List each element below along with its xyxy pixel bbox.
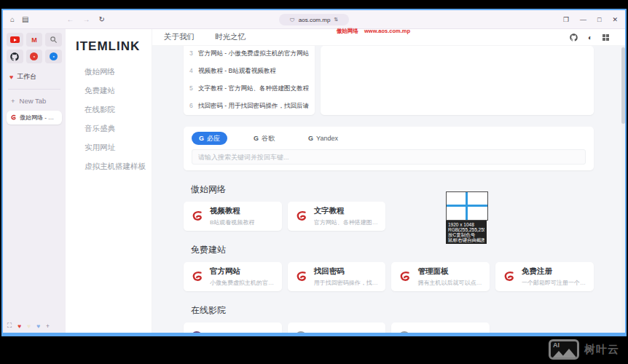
card-title: 官方网站 (210, 266, 275, 277)
sidebar-item-1[interactable]: 免费建站 (66, 77, 152, 96)
engine-tab-0[interactable]: G必应 (192, 132, 227, 145)
site-topnav: 关于我们时光之忆 (152, 32, 246, 42)
apps-grid-icon[interactable] (603, 34, 609, 41)
github-icon[interactable] (570, 33, 578, 41)
link-card[interactable]: ƒLIBVIO (288, 323, 386, 333)
topnav-item-1[interactable]: 时光之忆 (215, 32, 246, 42)
nav-buttons: ← → ↻ (67, 15, 105, 23)
forward-icon[interactable]: → (83, 15, 90, 23)
picker-tooltip: 1920 x 1048RGB(255,255,255)按C复制色号鼠标右键自由截… (446, 221, 487, 244)
list-item[interactable]: 3官方网站 - 小傲免费虚拟主机的官方网站！ (189, 46, 309, 63)
site-logo[interactable]: ITEMLINK (76, 39, 152, 54)
heart-pale-icon[interactable]: ♥ (27, 323, 31, 330)
pinned-tile-gmail[interactable]: M (26, 33, 43, 47)
search-card: G必应G谷歌GYandex (184, 127, 594, 170)
card-title: 找回密码 (314, 266, 379, 277)
reload-icon[interactable]: ↻ (99, 15, 105, 23)
card-title: 大米星球 (416, 332, 447, 333)
shield-icon[interactable]: 🛡 (290, 17, 295, 23)
movie-site-icon: ƒ (399, 331, 410, 333)
picker-tooltip-line: RGB(255,255,255) (448, 227, 484, 232)
engine-tab-2[interactable]: GYandex (301, 133, 345, 144)
sidebar-item-2[interactable]: 在线影院 (66, 96, 152, 115)
card-desc: 小傲免费虚拟主机的官方网站！ (210, 279, 275, 287)
section-cards-2: 爱动漫ƒLIBVIOƒ大米星球 (184, 323, 594, 333)
aos-logo-icon (295, 210, 308, 223)
link-card[interactable]: 找回密码用于找回密码操作，找回后请保存好... (288, 262, 386, 291)
pinned-tile-red-app[interactable] (26, 50, 43, 63)
announcement-card (321, 46, 594, 115)
gmail-icon: M (31, 36, 37, 44)
list-item[interactable]: 5文字教程 - 官方网站、各种搭建图文教程，网站... (189, 80, 309, 98)
minimize-icon[interactable]: — (580, 16, 586, 23)
site-nav-items: 傲始网络免费建站在线影院音乐盛典实用网址虚拟主机搭建样板 (66, 58, 152, 172)
pinned-tile-search[interactable] (45, 33, 62, 47)
link-card[interactable]: 管理面板拥有主机以后就可以点我管理的虚... (391, 262, 490, 291)
page-scrollbar-thumb[interactable] (621, 47, 625, 124)
link-card[interactable]: 文字教程官方网站、各种搭建图文教程、网站... (288, 202, 386, 231)
sidebar-item-3[interactable]: 音乐盛典 (66, 115, 152, 134)
github-icon (10, 52, 19, 61)
browser-sidebar: M ♥ 工作台 + New Tab 傲始网络 - 你的一站... ⛶♥♥♥+ (3, 29, 66, 333)
url-bar[interactable]: 🛡 aos.com.mp ⇅ (279, 14, 349, 25)
engine-tab-1[interactable]: G谷歌 (246, 132, 282, 145)
browser-titlebar: ⌂ ▤ ← → ↻ 🛡 aos.com.mp ⇅ ❐ — □ ✕ (3, 10, 625, 29)
sidebar-item-5[interactable]: 虚拟主机搭建样板 (66, 153, 152, 172)
plus-icon: + (11, 97, 15, 105)
theme-toggle-icon[interactable]: ◐ (588, 33, 592, 41)
engine-label: 谷歌 (262, 134, 275, 143)
movie-site-icon: ƒ (295, 331, 307, 333)
workspace-row[interactable]: ♥ 工作台 (9, 72, 60, 82)
section-title-2: 在线影院 (191, 304, 594, 317)
aos-logo-icon (503, 270, 516, 283)
anime-site-icon (191, 331, 203, 333)
active-tab[interactable]: 傲始网络 - 你的一站... (7, 111, 62, 124)
pinned-tile-blue-app[interactable] (45, 50, 62, 63)
pinned-tile-youtube[interactable] (7, 33, 23, 47)
back-icon[interactable]: ← (67, 15, 74, 23)
search-icon (50, 36, 58, 44)
webpage: ITEMLINK 傲始网络免费建站在线影院音乐盛典实用网址虚拟主机搭建样板 关于… (66, 29, 625, 333)
topbar-icons: ◐ (570, 33, 609, 41)
page-scrollbar-track[interactable] (621, 46, 625, 333)
card-texts: 文字教程官方网站、各种搭建图文教程、网站... (314, 206, 379, 226)
workspace-name: 工作台 (17, 72, 36, 82)
list-item[interactable]: 4视频教程 - B站观看视频教程 (189, 63, 309, 80)
card-desc: 拥有主机以后就可以点我管理的虚... (417, 279, 482, 287)
section-title-1: 免费建站 (191, 244, 594, 256)
blue-app-icon (50, 52, 58, 60)
maximize-icon[interactable]: □ (597, 16, 601, 23)
engine-label: Yandex (316, 135, 338, 142)
card-title: 管理面板 (417, 266, 482, 277)
new-tab-button[interactable]: + New Tab (11, 97, 62, 105)
link-card[interactable]: 官方网站小傲免费虚拟主机的官方网站！ (184, 262, 282, 291)
sidebar-item-0[interactable]: 傲始网络 (66, 58, 152, 77)
link-card[interactable]: 免费注册一个邮箱即可注册一个免费虚拟主... (495, 262, 594, 291)
pip-icon[interactable]: ❐ (563, 16, 569, 23)
close-icon[interactable]: ✕ (612, 16, 618, 23)
pinned-tile-github[interactable] (7, 50, 23, 63)
archive-icon[interactable]: ⛶ (7, 322, 12, 330)
link-card[interactable]: 爱动漫 (184, 323, 282, 333)
search-input[interactable] (192, 149, 586, 165)
plus-icon[interactable]: + (46, 323, 50, 330)
watermark-text: 树叶云 (584, 343, 619, 357)
link-card[interactable]: 视频教程B站观看视频教程 (184, 202, 282, 231)
browser-logo-icon[interactable]: ⌂ (10, 15, 15, 23)
card-texts: 找回密码用于找回密码操作，找回后请保存好... (314, 266, 379, 287)
sidebar-item-4[interactable]: 实用网址 (66, 134, 152, 153)
site-topbar: 关于我们时光之忆 ◐ 傲始网络 www.aos.com.mp (152, 29, 625, 46)
topnav-item-0[interactable]: 关于我们 (164, 32, 195, 42)
sidebar-toggle-icon[interactable]: ▤ (22, 15, 28, 23)
section-cards-0: 视频教程B站观看视频教程文字教程官方网站、各种搭建图文教程、网站... (184, 202, 594, 231)
aos-logo-icon (399, 270, 412, 283)
card-texts: 爱动漫 (208, 332, 232, 333)
titlebar-left: ⌂ ▤ (3, 15, 29, 23)
crosshair-vertical (466, 192, 468, 220)
heart-red-icon[interactable]: ♥ (17, 323, 21, 330)
swap-icon[interactable]: ⇅ (334, 17, 338, 23)
link-card[interactable]: ƒ大米星球 (391, 323, 490, 333)
watermark: AI 树叶云 (549, 339, 619, 360)
list-item[interactable]: 6找回密码 - 用于找回密码操作，找回后请保存好... (189, 98, 309, 115)
heart-blue-icon[interactable]: ♥ (36, 323, 40, 330)
